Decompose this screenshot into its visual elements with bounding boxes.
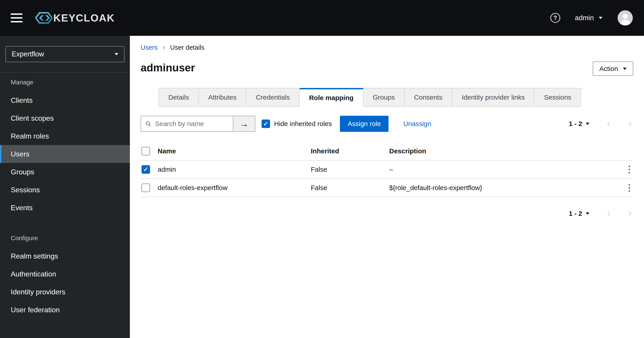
previous-page-button[interactable] — [606, 120, 612, 127]
kebab-menu-button[interactable] — [626, 164, 633, 176]
sidebar: Expertflow Manage Clients Client scopes … — [0, 36, 130, 338]
kebab-icon — [628, 166, 630, 167]
hide-inherited-group: Hide inherited roles — [262, 120, 332, 128]
tab-label: Role mapping — [309, 94, 353, 102]
chevron-right-icon — [626, 210, 633, 217]
tab-label: Groups — [373, 94, 395, 101]
next-page-button[interactable] — [626, 210, 633, 217]
sidebar-item-label: Users — [11, 150, 30, 158]
kebab-menu-button[interactable] — [626, 182, 633, 194]
brand-text: KEYCLOAK — [53, 12, 115, 24]
sidebar-item-label: Realm roles — [11, 132, 49, 140]
roles-toolbar: → Hide inherited roles Assign role Unass… — [140, 116, 633, 132]
tab-details[interactable]: Details — [158, 88, 199, 107]
hide-inherited-checkbox[interactable] — [262, 120, 270, 128]
chevron-left-icon — [606, 120, 612, 127]
next-page-button[interactable] — [626, 120, 633, 127]
inherited-cell: False — [311, 184, 389, 192]
breadcrumb: Users User details — [140, 44, 633, 51]
search-submit-button[interactable]: → — [233, 116, 255, 132]
caret-down-icon — [623, 68, 626, 70]
pagination-menu-toggle[interactable]: 1 - 2 — [569, 120, 589, 128]
unassign-link[interactable]: Unassign — [403, 120, 431, 128]
caret-down-icon — [115, 53, 118, 55]
hamburger-icon — [11, 14, 22, 15]
sidebar-item-authentication[interactable]: Authentication — [0, 265, 130, 283]
sidebar-item-realm-roles[interactable]: Realm roles — [0, 127, 130, 145]
tab-label: Sessions — [544, 94, 571, 101]
nav-section-label: Manage — [0, 79, 130, 86]
tab-sessions[interactable]: Sessions — [534, 88, 581, 107]
tab-attributes[interactable]: Attributes — [199, 88, 246, 107]
tab-label: Attributes — [208, 94, 237, 101]
sidebar-item-clients[interactable]: Clients — [0, 91, 130, 109]
person-icon — [617, 10, 633, 26]
sidebar-item-label: Realm settings — [11, 252, 58, 260]
tab-groups[interactable]: Groups — [364, 88, 405, 107]
help-button[interactable]: ? — [550, 13, 560, 23]
previous-page-button[interactable] — [606, 210, 612, 217]
tab-identity-provider-links[interactable]: Identity provider links — [452, 88, 535, 107]
pagination-bottom: 1 - 2 — [140, 210, 633, 217]
chevron-right-icon — [162, 46, 166, 50]
tab-consents[interactable]: Consents — [405, 88, 452, 107]
realm-selector-area: Expertflow — [0, 36, 130, 72]
pagination-range: 1 - 2 — [569, 120, 582, 128]
hamburger-menu-button[interactable] — [11, 14, 22, 22]
kebab-icon — [628, 184, 630, 186]
pagination-menu-toggle[interactable]: 1 - 2 — [569, 210, 589, 217]
sidebar-item-label: Sessions — [11, 186, 40, 194]
select-all-checkbox[interactable] — [142, 147, 150, 155]
search-box — [140, 116, 233, 132]
breadcrumb-current: User details — [170, 44, 204, 51]
tab-label: Details — [168, 94, 189, 101]
avatar[interactable] — [617, 10, 633, 26]
sidebar-item-client-scopes[interactable]: Client scopes — [0, 109, 130, 127]
search-input[interactable] — [155, 120, 229, 128]
sidebar-item-groups[interactable]: Groups — [0, 163, 130, 181]
realm-name: Expertflow — [12, 50, 44, 58]
sidebar-item-sessions[interactable]: Sessions — [0, 181, 130, 199]
pagination-nav — [606, 210, 633, 217]
pagination-range: 1 - 2 — [569, 210, 582, 217]
sidebar-item-label: Identity providers — [11, 288, 66, 296]
sidebar-item-user-federation[interactable]: User federation — [0, 301, 130, 319]
table-row-admin: admin False – — [140, 160, 633, 179]
page-header: adminuser Action — [140, 62, 633, 76]
masthead-right: ? admin — [550, 10, 633, 26]
tab-bar: Details Attributes Credentials Role mapp… — [158, 88, 633, 107]
search-group: → — [140, 116, 255, 132]
sidebar-item-label: Client scopes — [11, 114, 54, 122]
tab-role-mapping[interactable]: Role mapping — [300, 88, 363, 107]
sidebar-item-events[interactable]: Events — [0, 199, 130, 217]
nav-section-configure: Configure Realm settings Authentication … — [0, 234, 130, 319]
sidebar-item-identity-providers[interactable]: Identity providers — [0, 283, 130, 301]
sidebar-item-label: Groups — [11, 168, 34, 176]
pagination-top: 1 - 2 — [569, 120, 633, 128]
assign-role-button[interactable]: Assign role — [340, 116, 388, 132]
main-content: Users User details adminuser Action Deta… — [130, 36, 644, 338]
tab-label: Identity provider links — [462, 94, 525, 101]
column-header-description: Description — [389, 147, 617, 155]
tab-label: Credentials — [256, 94, 290, 101]
tab-credentials[interactable]: Credentials — [246, 88, 300, 107]
role-mapping-table: Name Inherited Description admin False – — [140, 142, 633, 197]
tab-label: Consents — [414, 94, 442, 101]
sidebar-item-users[interactable]: Users — [0, 145, 130, 163]
row-checkbox[interactable] — [142, 165, 150, 174]
sidebar-item-realm-settings[interactable]: Realm settings — [0, 247, 130, 265]
hide-inherited-label: Hide inherited roles — [274, 120, 332, 128]
chevron-left-icon — [606, 210, 612, 217]
column-header-name: Name — [158, 147, 311, 155]
row-checkbox[interactable] — [142, 184, 150, 192]
user-menu[interactable]: admin — [575, 14, 602, 22]
action-dropdown-button[interactable]: Action — [593, 62, 633, 76]
arrow-right-icon: → — [240, 119, 248, 129]
pagination-nav — [606, 120, 633, 127]
breadcrumb-link-users[interactable]: Users — [140, 44, 158, 51]
realm-selector[interactable]: Expertflow — [5, 46, 124, 62]
nav-section-manage: Manage Clients Client scopes Realm roles… — [0, 79, 130, 217]
keycloak-logo[interactable]: KEYCLOAK — [36, 12, 115, 24]
inherited-cell: False — [311, 166, 389, 173]
sidebar-item-label: Authentication — [11, 270, 56, 278]
